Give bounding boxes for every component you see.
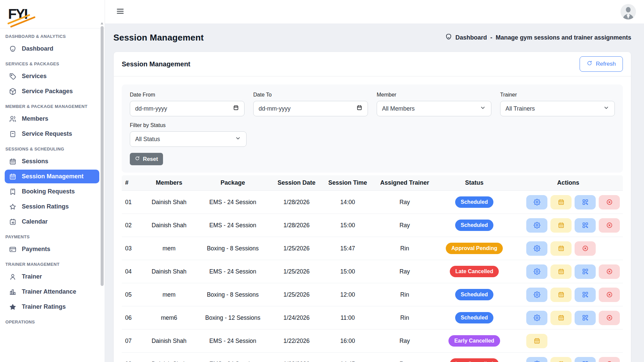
settings-action-button[interactable]: [526, 264, 547, 279]
gear-icon: [534, 361, 540, 362]
table-row: 06mem6Boxing - 12 Sessions1/24/202611:00…: [122, 306, 623, 329]
sidebar-scrollbar[interactable]: [101, 26, 104, 286]
sidebar-item-calendar[interactable]: Calendar: [5, 215, 99, 229]
reschedule-action-button[interactable]: [550, 288, 572, 302]
sidebar-item-label: Session Management: [22, 173, 84, 180]
sidebar-item-service-packages[interactable]: Service Packages: [5, 84, 99, 98]
status-cell: Scheduled: [436, 289, 513, 300]
status-badge: Scheduled: [455, 196, 494, 208]
cancel-action-button[interactable]: [599, 288, 620, 302]
member-name: Dainish Shah: [144, 199, 194, 206]
table-row: 08Dainish ShahEMS - 24 Session1/22/20261…: [122, 353, 623, 362]
row-number: 01: [122, 199, 144, 206]
hamburger-menu-button[interactable]: [116, 7, 125, 17]
card-title: Session Management: [122, 60, 191, 68]
date-to-label: Date To: [253, 92, 368, 98]
sidebar-item-label: Payments: [22, 246, 50, 253]
date-from-value: dd-mm-yyyy: [135, 105, 167, 112]
cancel-action-button[interactable]: [599, 218, 620, 233]
qr-action-button[interactable]: [575, 195, 596, 209]
breadcrumb-section[interactable]: Dashboard: [455, 34, 487, 41]
card-header: Session Management Refresh: [114, 52, 631, 76]
reschedule-action-button[interactable]: [526, 334, 547, 348]
x-circle-icon: [606, 314, 613, 321]
qr-action-button[interactable]: [575, 264, 596, 279]
status-cell: Late Cancelled: [436, 266, 513, 277]
x-circle-icon: [606, 222, 613, 229]
row-number: 08: [122, 361, 144, 362]
cancel-action-button[interactable]: [599, 264, 620, 279]
settings-action-button[interactable]: [526, 195, 547, 209]
sidebar-item-trainer-attendance[interactable]: Trainer Attendance: [5, 285, 99, 299]
sidebar-item-trainer-ratings[interactable]: Trainer Ratings: [5, 300, 99, 314]
column-header: Actions: [513, 179, 624, 186]
settings-action-button[interactable]: [526, 241, 547, 256]
trainer-label: Trainer: [500, 92, 615, 98]
sidebar-item-payments[interactable]: Payments: [5, 242, 99, 256]
scroll-up-arrow[interactable]: [101, 22, 103, 24]
sidebar-section-label: DASHBOARD & ANALYTICS: [5, 34, 99, 39]
reschedule-action-button[interactable]: [550, 357, 572, 362]
session-time: 12:00: [322, 291, 374, 298]
sidebar-item-dashboard[interactable]: Dashboard: [5, 42, 99, 56]
reset-button[interactable]: Reset: [130, 153, 163, 165]
status-select[interactable]: All Status: [130, 131, 247, 147]
row-actions: [513, 218, 624, 233]
trainer-select[interactable]: All Trainers: [500, 101, 615, 116]
users-icon: [9, 115, 16, 123]
sidebar-item-services[interactable]: Services: [5, 69, 99, 83]
sidebar-item-trainer[interactable]: Trainer: [5, 270, 99, 284]
cancel-action-button[interactable]: [599, 311, 620, 325]
date-to-input[interactable]: dd-mm-yyyy: [253, 101, 368, 116]
column-header: Members: [144, 179, 194, 186]
package-name: EMS - 24 Session: [194, 268, 271, 275]
gear-icon: [534, 222, 540, 229]
settings-action-button[interactable]: [526, 218, 547, 233]
credit-card-icon: [9, 246, 16, 253]
calendar-picker-icon[interactable]: [356, 105, 363, 113]
session-time: 15:00: [322, 268, 374, 275]
qr-action-button[interactable]: [575, 288, 596, 302]
gear-icon: [534, 291, 540, 298]
sidebar-section-label: MEMBER & PACKAGE MANAGEMENT: [5, 104, 99, 109]
cancel-action-button[interactable]: [599, 195, 620, 209]
package-name: Boxing - 12 Sessions: [194, 314, 271, 321]
sidebar-item-service-requests[interactable]: Service Requests: [5, 127, 99, 141]
cancel-action-button[interactable]: [599, 357, 620, 362]
sidebar-item-booking-requests[interactable]: Booking Requests: [5, 185, 99, 198]
reschedule-action-button[interactable]: [550, 264, 572, 279]
sidebar-item-session-ratings[interactable]: Session Ratings: [5, 200, 99, 214]
session-date: 1/25/2026: [271, 245, 322, 252]
reschedule-action-button[interactable]: [550, 241, 572, 256]
qr-action-button[interactable]: [575, 218, 596, 233]
settings-action-button[interactable]: [526, 288, 547, 302]
calendar-picker-icon[interactable]: [233, 105, 239, 113]
status-badge: Early Cancelled: [448, 335, 500, 347]
reschedule-action-button[interactable]: [550, 218, 572, 233]
member-select[interactable]: All Members: [377, 101, 491, 116]
qr-action-button[interactable]: [575, 357, 596, 362]
reschedule-action-button[interactable]: [550, 195, 572, 209]
user-avatar[interactable]: [621, 4, 636, 19]
status-cell: Scheduled: [436, 312, 513, 323]
date-to-value: dd-mm-yyyy: [259, 105, 290, 112]
refresh-button[interactable]: Refresh: [580, 56, 623, 72]
sidebar-item-sessions[interactable]: Sessions: [5, 155, 99, 168]
reschedule-action-button[interactable]: [550, 311, 572, 325]
row-actions: [513, 334, 624, 348]
calendar-icon: [534, 338, 540, 344]
calendar-icon: [558, 245, 565, 252]
cancel-action-button[interactable]: [575, 241, 596, 256]
row-number: 02: [122, 222, 144, 229]
settings-action-button[interactable]: [526, 357, 547, 362]
row-actions: [513, 241, 624, 256]
status-cell: Approval Pending: [436, 243, 513, 254]
date-from-input[interactable]: dd-mm-yyyy: [130, 101, 245, 116]
hamburger-icon: [116, 7, 125, 17]
calendar-icon: [558, 222, 565, 229]
settings-action-button[interactable]: [526, 311, 547, 325]
sidebar-item-session-management[interactable]: Session Management: [5, 170, 99, 183]
qr-action-button[interactable]: [575, 311, 596, 325]
brand-logo[interactable]: FYI: [8, 6, 45, 22]
sidebar-item-members[interactable]: Members: [5, 112, 99, 126]
